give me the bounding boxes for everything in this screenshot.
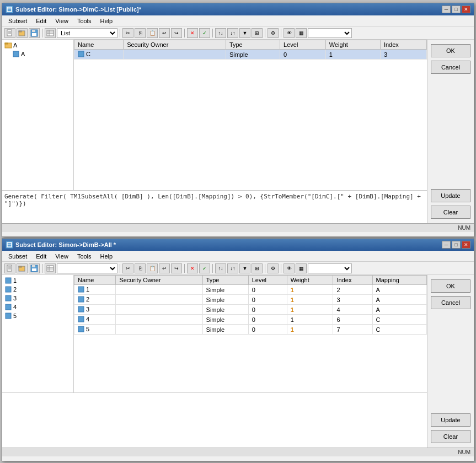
minimize-btn-1[interactable]: ─ (442, 6, 451, 13)
tb-copy-1[interactable]: ⎘ (135, 28, 146, 38)
subset-dropdown-2[interactable] (57, 263, 117, 273)
menu-tools-1[interactable]: Tools (73, 17, 95, 25)
menu-tools-2[interactable]: Tools (73, 252, 95, 261)
tb-redo-1[interactable]: ↪ (171, 28, 182, 38)
tb-props-2[interactable]: ⚙ (268, 263, 279, 273)
table-row[interactable]: 2 Simple 0 1 3 A (74, 295, 427, 305)
tree-item-A-leaf[interactable]: A (3, 50, 72, 58)
tb-sort-desc-1[interactable]: ↓↑ (227, 28, 238, 38)
menu-edit-1[interactable]: Edit (32, 17, 50, 25)
ok-button-1[interactable]: OK (431, 44, 470, 57)
cancel-button-1[interactable]: Cancel (431, 61, 470, 74)
table-header-row-1: Name Security Owner Type Level Weight In… (74, 40, 427, 50)
svg-rect-30 (47, 266, 54, 271)
tb-undo-2[interactable]: ↩ (159, 263, 170, 273)
cell-so-r5 (116, 325, 202, 335)
update-button-2[interactable]: Update (431, 413, 470, 427)
tb-save-2[interactable] (29, 263, 40, 273)
table-row[interactable]: 1 Simple 0 1 2 A (74, 285, 427, 295)
tb-cut-1[interactable]: ✂ (122, 28, 133, 38)
tb-new-2[interactable] (4, 263, 15, 273)
close-btn-2[interactable]: ✕ (462, 241, 470, 249)
sep-11 (265, 264, 265, 273)
expression-area-2[interactable] (2, 392, 427, 448)
col-type-1: Type (226, 40, 280, 50)
clear-button-2[interactable]: Clear (431, 430, 470, 443)
tb-cut-2[interactable]: ✂ (122, 263, 133, 273)
tb-view2-2[interactable]: ▦ (296, 263, 307, 273)
tree-item-3[interactable]: 3 (3, 294, 72, 303)
svg-rect-11 (47, 30, 54, 36)
tb-open-1[interactable] (17, 28, 28, 38)
table-row[interactable]: 4 Simple 0 1 6 C (74, 315, 427, 325)
cell-level-r4: 0 (248, 315, 287, 325)
row-icon-3 (78, 306, 84, 313)
expression-area-1[interactable]: Generate( Filter( TM1SubsetAll( [DimB] )… (2, 190, 427, 223)
maximize-btn-2[interactable]: □ (452, 241, 461, 249)
tb-filter-1[interactable]: ▼ (239, 28, 250, 38)
menu-view-2[interactable]: View (51, 252, 72, 261)
tb-redo-2[interactable]: ↪ (171, 263, 182, 273)
tb-view-2[interactable]: 👁 (284, 263, 295, 273)
tb-view2-1[interactable]: ▦ (296, 28, 307, 38)
tree-item-A-folder[interactable]: A (3, 41, 72, 50)
cell-type-r3: Simple (202, 305, 248, 315)
tb-check-1[interactable]: ✓ (199, 28, 210, 38)
tb-save-1[interactable] (29, 28, 40, 38)
tb-check-2[interactable]: ✓ (199, 263, 210, 273)
tb-new-1[interactable] (4, 28, 15, 38)
table-row[interactable]: C Simple 0 1 3 (74, 50, 427, 60)
tree-item-4[interactable]: 4 (3, 303, 72, 311)
tree-item-5[interactable]: 5 (3, 311, 72, 320)
tb-view-1[interactable]: 👁 (284, 28, 295, 38)
tb-x-2[interactable]: ✕ (187, 263, 198, 273)
tb-sort-desc-2[interactable]: ↓↑ (227, 263, 238, 273)
sep-9 (184, 264, 185, 273)
status-text-1: NUM (458, 225, 470, 231)
tree-item-1[interactable]: 1 (3, 276, 72, 285)
menu-subset-1[interactable]: Subset (4, 17, 31, 25)
tb-sort-asc-2[interactable]: ↑↓ (215, 263, 226, 273)
svg-rect-41 (78, 306, 84, 312)
tb-undo-1[interactable]: ↩ (159, 28, 170, 38)
ok-button-2[interactable]: OK (431, 279, 470, 293)
title-bar-1: Subset Editor: Simon->DimC->List [Public… (2, 3, 474, 15)
tb-copy-2[interactable]: ⎘ (135, 263, 146, 273)
maximize-btn-1[interactable]: □ (452, 6, 461, 13)
sep-2 (120, 29, 120, 37)
view-dropdown-1[interactable] (308, 28, 352, 38)
table-row[interactable]: 5 Simple 0 1 7 C (74, 325, 427, 335)
subset-dropdown-1[interactable]: List (57, 28, 117, 38)
close-btn-1[interactable]: ✕ (462, 6, 470, 13)
menu-help-1[interactable]: Help (97, 17, 117, 25)
cancel-button-2[interactable]: Cancel (431, 296, 470, 309)
update-button-1[interactable]: Update (431, 189, 470, 202)
menu-subset-2[interactable]: Subset (4, 252, 31, 261)
svg-rect-17 (13, 51, 19, 57)
clear-button-1[interactable]: Clear (431, 206, 470, 219)
tb-filter2-1[interactable]: ⊞ (252, 28, 263, 38)
element-icon-5 (4, 312, 12, 320)
svg-rect-26 (19, 266, 22, 267)
tb-list-icon-1[interactable] (45, 28, 56, 38)
tb-list-icon-2[interactable] (45, 263, 56, 273)
menu-help-2[interactable]: Help (97, 252, 117, 261)
tb-paste-1[interactable]: 📋 (147, 28, 158, 38)
tb-sort-asc-1[interactable]: ↑↓ (215, 28, 226, 38)
menu-view-1[interactable]: View (51, 17, 72, 25)
tree-item-2[interactable]: 2 (3, 285, 72, 294)
tree-panel-1: A A (2, 40, 74, 190)
tree-label-A: A (13, 42, 17, 49)
col-name-2: Name (74, 276, 116, 285)
grid-panel-2: Name Security Owner Type Level Weight In… (74, 275, 427, 392)
tb-open-2[interactable] (17, 263, 28, 273)
menu-edit-2[interactable]: Edit (32, 252, 50, 261)
table-row[interactable]: 3 Simple 0 1 4 A (74, 305, 427, 315)
tb-filter-2[interactable]: ▼ (239, 263, 250, 273)
view-dropdown-2[interactable] (308, 263, 352, 273)
minimize-btn-2[interactable]: ─ (442, 241, 451, 249)
tb-filter2-2[interactable]: ⊞ (252, 263, 263, 273)
tb-x-1[interactable]: ✕ (187, 28, 198, 38)
tb-props-1[interactable]: ⚙ (268, 28, 279, 38)
tb-paste-2[interactable]: 📋 (147, 263, 158, 273)
